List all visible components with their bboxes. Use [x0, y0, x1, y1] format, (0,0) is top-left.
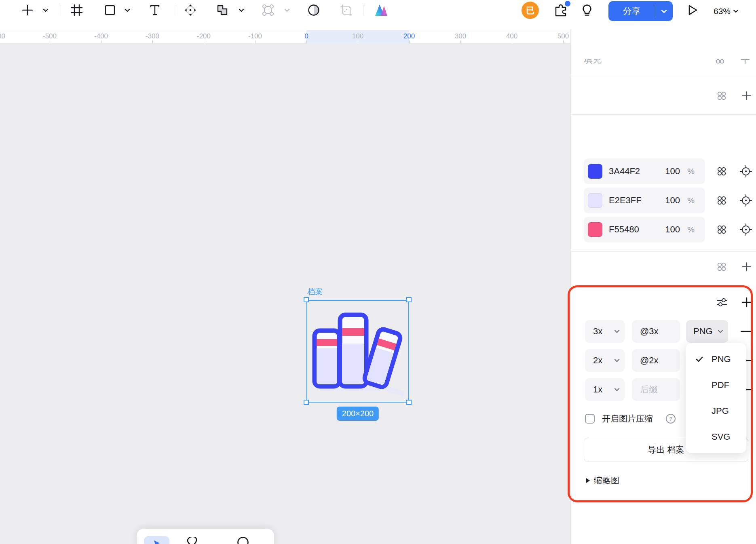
mask-tool-icon[interactable]: [305, 1, 323, 19]
toolbar-divider: [61, 5, 61, 16]
export-suffix-field[interactable]: @3x: [632, 320, 680, 343]
clock-tool-icon[interactable]: [237, 537, 249, 544]
rectangle-tool-icon[interactable]: [101, 1, 119, 19]
stroke-add-icon[interactable]: [739, 89, 754, 103]
crop-tool-icon[interactable]: [337, 1, 355, 19]
selection-handle-bottom-right[interactable]: [406, 400, 412, 405]
style-clover-icon[interactable]: [714, 59, 726, 65]
zoom-control[interactable]: 63%: [714, 1, 739, 21]
color-hex-value[interactable]: 3A44F2: [609, 166, 640, 177]
plus-tool-chevron-icon[interactable]: [39, 1, 53, 19]
color-target-icon[interactable]: [739, 164, 753, 179]
chevron-down-icon: [614, 330, 620, 333]
chevron-down-icon: [718, 330, 723, 333]
color-style-clover-icon[interactable]: [714, 193, 729, 208]
color-target-icon[interactable]: [739, 222, 753, 237]
ruler-label: -100: [248, 32, 262, 40]
selection-layer-name[interactable]: 档案: [307, 287, 323, 297]
export-scale-value: 3x: [593, 326, 602, 337]
frame-tool-icon[interactable]: [68, 1, 86, 19]
color-style-clover-icon[interactable]: [714, 164, 729, 179]
color-swatch[interactable]: [588, 164, 602, 179]
export-suffix-field[interactable]: @2x: [632, 349, 680, 372]
export-suffix-value: @3x: [640, 326, 659, 337]
books-illustration[interactable]: [306, 300, 409, 403]
export-remove-icon[interactable]: [739, 324, 753, 339]
shape-tool-icon[interactable]: [186, 537, 198, 544]
dropdown-option-pdf[interactable]: PDF: [686, 372, 746, 398]
chevron-down-icon: [614, 359, 620, 363]
dropdown-option-label: JPG: [712, 406, 729, 416]
color-opacity-value[interactable]: 100: [665, 166, 680, 177]
color-hex-value[interactable]: F55480: [609, 224, 639, 235]
export-add-icon[interactable]: [739, 295, 754, 310]
effects-style-clover-icon[interactable]: [714, 259, 729, 274]
move-tool-icon[interactable]: [182, 1, 199, 19]
export-scale-select[interactable]: 1x: [585, 378, 625, 401]
color-hex-value[interactable]: E2E3FF: [609, 195, 642, 206]
export-scale-select[interactable]: 3x: [585, 320, 625, 343]
chevron-down-icon: [614, 388, 620, 392]
color-row[interactable]: E2E3FF 100 %: [584, 188, 705, 213]
toolbar-divider: [175, 5, 175, 16]
app-window: 已 分享 63%: [0, 0, 756, 544]
zoom-level-value: 63%: [714, 6, 731, 16]
bottom-floating-toolbar: [137, 529, 274, 544]
percent-sign: %: [687, 196, 695, 205]
image-compression-checkbox[interactable]: [585, 414, 595, 424]
help-icon[interactable]: ?: [663, 411, 678, 426]
add-icon[interactable]: [739, 59, 751, 65]
boolean-tool-chevron-icon[interactable]: [234, 1, 248, 19]
color-swatch[interactable]: [588, 222, 602, 237]
present-play-icon[interactable]: [683, 1, 701, 19]
ruler-label: 400: [506, 32, 517, 40]
stroke-style-clover-icon[interactable]: [714, 89, 729, 103]
dropdown-option-png[interactable]: PNG: [686, 346, 746, 372]
ruler-label: -600: [0, 32, 5, 40]
text-tool-icon[interactable]: [146, 1, 164, 19]
fill-section-sliver: 填充: [584, 59, 632, 65]
color-opacity-value[interactable]: 100: [665, 224, 680, 235]
collapsed-arrow-icon: [586, 478, 590, 483]
export-scale-value: 1x: [593, 384, 602, 395]
ruler-label: 300: [455, 32, 466, 40]
color-row[interactable]: F55480 100 %: [584, 217, 705, 242]
avatar-text: 已: [526, 5, 534, 16]
export-scale-select[interactable]: 2x: [585, 349, 625, 372]
toolbar-divider: [363, 5, 363, 16]
selection-handle-bottom-left[interactable]: [304, 400, 309, 405]
fill-section-label: 填充: [584, 59, 602, 65]
selection-handle-top-right[interactable]: [406, 297, 412, 302]
export-suffix-field[interactable]: 后缀: [632, 378, 680, 401]
color-swatch[interactable]: [588, 193, 602, 208]
export-settings-sliders-icon[interactable]: [715, 295, 729, 310]
vector-edit-tool-icon[interactable]: [259, 1, 277, 19]
share-dropdown-chevron-icon[interactable]: [655, 1, 673, 21]
ruler-label: -300: [146, 32, 159, 40]
rectangle-tool-chevron-icon[interactable]: [120, 1, 134, 19]
share-button[interactable]: 分享: [608, 1, 673, 21]
color-target-icon[interactable]: [739, 193, 753, 208]
selection-handle-top-left[interactable]: [304, 297, 309, 302]
cursor-tool-tile[interactable]: [144, 536, 169, 544]
vector-tool-chevron-icon[interactable]: [280, 1, 294, 19]
effects-add-icon[interactable]: [739, 259, 754, 274]
thumbnail-section-toggle[interactable]: 缩略图: [586, 475, 619, 486]
plugin-icon[interactable]: [552, 1, 570, 19]
export-format-select[interactable]: PNG: [686, 320, 728, 343]
color-style-clover-icon[interactable]: [714, 222, 729, 237]
color-opacity-value[interactable]: 100: [665, 195, 680, 206]
dropdown-option-jpg[interactable]: JPG: [686, 398, 746, 424]
plus-tool-icon[interactable]: [19, 1, 36, 19]
svg-text:?: ?: [669, 416, 672, 422]
lightbulb-icon[interactable]: [578, 1, 596, 19]
panel-divider: [570, 114, 756, 115]
color-row[interactable]: 3A44F2 100 %: [584, 158, 705, 184]
dropdown-option-svg[interactable]: SVG: [686, 424, 746, 450]
dropdown-option-label: PNG: [712, 354, 731, 365]
share-button-label: 分享: [608, 1, 655, 21]
avatar[interactable]: 已: [522, 2, 539, 19]
percent-sign: %: [687, 167, 695, 176]
boolean-union-tool-icon[interactable]: [213, 1, 231, 19]
dropdown-option-label: PDF: [712, 380, 729, 390]
